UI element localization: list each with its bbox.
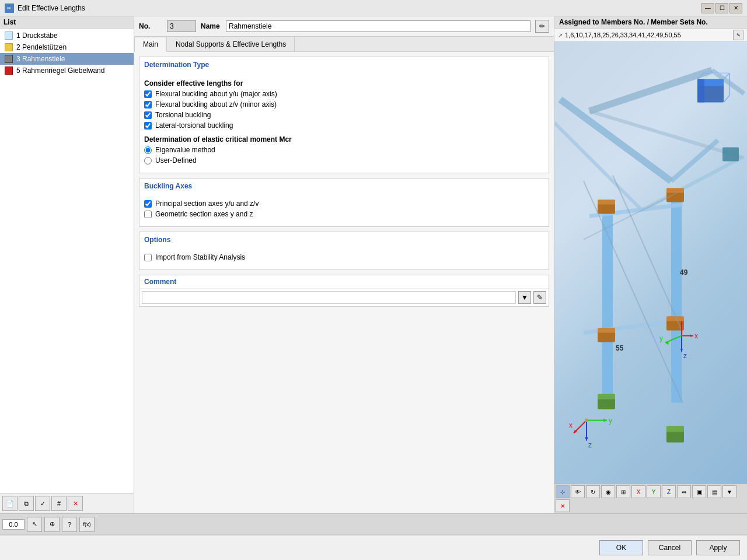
vp-axis-y-btn[interactable]: Y (647, 485, 661, 498)
cb-flexural-major-label: Flexural buckling about y/u (major axis) (155, 90, 277, 98)
determination-type-inner: Consider effective lengths for Flexural … (139, 74, 549, 173)
vp-view-btn[interactable]: 👁 (571, 485, 585, 498)
vp-move-btn[interactable]: ⇔ (677, 485, 691, 498)
check-row-1: Flexural buckling about y/u (major axis) (144, 90, 544, 98)
maximize-btn[interactable]: ☐ (715, 3, 728, 13)
delete-item-btn[interactable]: ✕ (68, 496, 83, 511)
new-item-btn[interactable]: 📄 (2, 496, 18, 511)
tabs-bar: Main Nodal Supports & Effective Lengths (134, 37, 554, 52)
cb-flexural-major[interactable] (144, 90, 152, 98)
radio-user-defined-label: User-Defined (155, 156, 197, 164)
vp-axis-z-btn[interactable]: Z (662, 485, 676, 498)
comment-dropdown-btn[interactable]: ▼ (518, 291, 531, 304)
cb-flexural-minor[interactable] (144, 101, 152, 108)
buckling-check-1: Principal section axes y/u and z/v (144, 200, 544, 208)
radio-eigenvalue: Eigenvalue method (144, 146, 544, 154)
middle-panel: No. Name ✏ Main Nodal Supports & Effecti… (134, 16, 554, 513)
title-bar-text: Edit Effective Lengths (18, 4, 701, 12)
close-btn[interactable]: ✕ (729, 3, 742, 13)
cursor-mode-btn[interactable]: ↖ (27, 517, 42, 532)
vp-display-btn[interactable]: ▣ (692, 485, 706, 498)
name-edit-btn[interactable]: ✏ (535, 20, 549, 33)
cb-lateral-torsional-label: Lateral-torsional buckling (155, 121, 233, 130)
cb-principal-axes[interactable] (144, 200, 152, 208)
ok-btn[interactable]: OK (599, 540, 643, 555)
vp-dropdown-btn[interactable]: ▼ (722, 485, 736, 498)
renumber-item-btn[interactable]: # (51, 496, 67, 511)
left-panel: List 1 Druckstäbe2 Pendelstützen3 Rahmen… (0, 16, 134, 513)
svg-text:z: z (588, 441, 592, 449)
cb-torsional[interactable] (144, 111, 152, 119)
cb-torsional-label: Torsional buckling (155, 111, 211, 119)
vp-orbit-btn[interactable]: ↻ (586, 485, 600, 498)
list-item-label-4: 5 Rahmenriegel Giebelwand (16, 66, 104, 75)
list-toolbar: 📄 ⧉ ✓ # ✕ (0, 493, 134, 513)
apply-btn[interactable]: Apply (696, 540, 740, 555)
list-item-4[interactable]: 5 Rahmenriegel Giebelwand (0, 65, 134, 76)
svg-text:y: y (609, 416, 612, 425)
list-item-3[interactable]: 3 Rahmenstiele (0, 53, 134, 65)
formula-btn[interactable]: f(x) (79, 517, 95, 532)
svg-text:x: x (569, 421, 573, 429)
comment-input[interactable] (142, 291, 516, 304)
list-item-2[interactable]: 2 Pendelstützen (0, 41, 134, 53)
assigned-value-row: ↗ 1,6,10,17,18,25,26,33,34,41,42,49,50,5… (554, 29, 747, 42)
ok-item-btn[interactable]: ✓ (35, 496, 50, 511)
svg-marker-40 (690, 335, 693, 337)
consider-label: Consider effective lengths for (144, 79, 544, 88)
tab-nodal[interactable]: Nodal Supports & Effective Lengths (167, 37, 295, 51)
copy-item-btn[interactable]: ⧉ (19, 496, 34, 511)
determination-type-section: Determination Type Consider effective le… (139, 57, 549, 173)
assigned-members-text: 1,6,10,17,18,25,26,33,34,41,42,49,50,55 (565, 32, 731, 38)
vp-close-btn[interactable]: ✕ (556, 499, 570, 512)
tab-main[interactable]: Main (134, 37, 167, 52)
cancel-btn[interactable]: Cancel (648, 540, 692, 555)
help-btn[interactable]: ? (62, 517, 77, 532)
svg-rect-21 (722, 148, 739, 162)
main-container: List 1 Druckstäbe2 Pendelstützen3 Rahmen… (0, 16, 747, 560)
comment-edit-btn[interactable]: ✎ (533, 291, 546, 304)
panel-content: Determination Type Consider effective le… (134, 52, 554, 513)
comment-section: Comment ▼ ✎ (139, 275, 549, 307)
assigned-edit-btn[interactable]: ✎ (733, 30, 743, 40)
name-field[interactable] (226, 20, 530, 32)
svg-line-2 (554, 123, 642, 211)
buckling-check-2: Geometric section axes y and z (144, 210, 544, 218)
viewport-toolbar: ⊹ 👁 ↻ ◉ ⊞ X Y Z ⇔ ▣ ▤ ▼ ✕ (554, 484, 747, 513)
vp-display2-btn[interactable]: ▤ (707, 485, 721, 498)
right-panel: Assigned to Members No. / Member Sets No… (554, 16, 747, 513)
content-area: List 1 Druckstäbe2 Pendelstützen3 Rahmen… (0, 16, 747, 513)
svg-rect-18 (666, 188, 684, 193)
buckling-axes-inner: Principal section axes y/u and z/v Geome… (139, 195, 549, 226)
options-section: Options Import from Stability Analysis (139, 232, 549, 270)
vp-axis-x-btn[interactable]: X (631, 485, 645, 498)
radio-eigenvalue-input[interactable] (144, 146, 152, 154)
options-inner: Import from Stability Analysis (139, 249, 549, 270)
elastic-moment-group: Determination of elastic critical moment… (144, 135, 544, 164)
vp-render2-btn[interactable]: ⊞ (616, 485, 630, 498)
cb-import-stability[interactable] (144, 254, 152, 261)
app-icon: ✏ (5, 4, 14, 13)
cb-lateral-torsional[interactable] (144, 122, 152, 130)
options-check-1: Import from Stability Analysis (144, 253, 544, 261)
bottom-value[interactable] (2, 519, 25, 530)
list-item-1[interactable]: 1 Druckstäbe (0, 30, 134, 41)
minimize-btn[interactable]: — (701, 3, 714, 13)
svg-rect-5 (671, 193, 682, 403)
list-header: List (0, 16, 134, 29)
snap-btn[interactable]: ⊕ (44, 517, 60, 532)
title-bar: ✏ Edit Effective Lengths — ☐ ✕ (0, 0, 747, 16)
buckling-axes-section: Buckling Axes Principal section axes y/u… (139, 178, 549, 227)
list-item-color-3 (5, 55, 13, 63)
list-item-label-2: 2 Pendelstützen (16, 43, 67, 51)
no-field[interactable] (167, 20, 196, 32)
radio-user-defined-input[interactable] (144, 157, 152, 164)
vp-render-btn[interactable]: ◉ (601, 485, 615, 498)
cb-geometric-axes[interactable] (144, 211, 152, 218)
svg-text:x: x (694, 332, 698, 340)
viewport-3d[interactable]: y z x 55 49 (554, 42, 747, 484)
buckling-axes-title: Buckling Axes (139, 178, 549, 191)
list-item-color-2 (5, 43, 13, 51)
vp-select-btn[interactable]: ⊹ (556, 485, 570, 498)
svg-text:z: z (683, 352, 687, 360)
